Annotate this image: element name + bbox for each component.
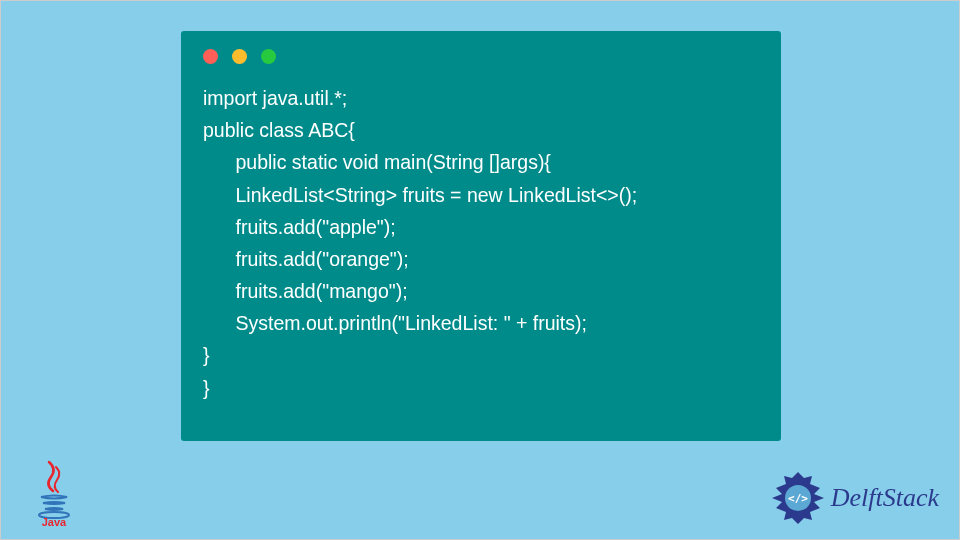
svg-text:</>: </>: [788, 492, 808, 505]
window-controls: [203, 49, 759, 64]
code-block: import java.util.*; public class ABC{ pu…: [203, 82, 759, 404]
code-window: import java.util.*; public class ABC{ pu…: [181, 31, 781, 441]
delftstack-icon: </>: [769, 469, 827, 527]
java-logo: Java: [29, 457, 79, 527]
delftstack-logo: </> DelftStack: [769, 469, 939, 527]
minimize-icon: [232, 49, 247, 64]
svg-text:Java: Java: [42, 516, 67, 527]
maximize-icon: [261, 49, 276, 64]
java-icon: Java: [29, 457, 79, 527]
delftstack-label: DelftStack: [831, 483, 939, 513]
close-icon: [203, 49, 218, 64]
